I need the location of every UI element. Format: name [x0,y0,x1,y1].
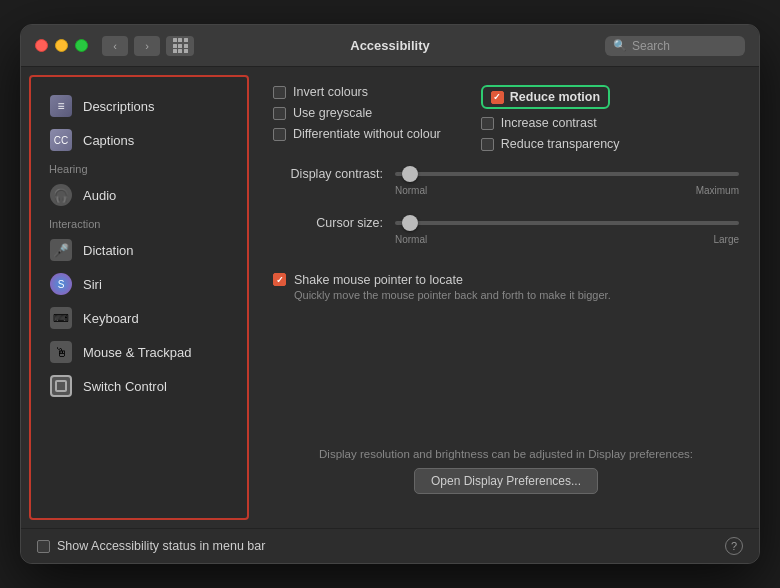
display-contrast-scale-labels: Normal Maximum [273,185,739,196]
search-icon: 🔍 [613,39,627,52]
captions-icon: CC [49,128,73,152]
open-display-preferences-button[interactable]: Open Display Preferences... [414,468,598,494]
invert-colours-label: Invert colours [293,85,368,99]
search-placeholder: Search [632,39,670,53]
close-button[interactable] [35,39,48,52]
sidebar-item-descriptions[interactable]: ≡ Descriptions [39,89,239,123]
minimize-button[interactable] [55,39,68,52]
reduce-transparency-checkbox[interactable] [481,138,494,151]
increase-contrast-checkbox[interactable] [481,117,494,130]
use-greyscale-checkbox[interactable] [273,107,286,120]
display-preferences-note: Display resolution and brightness can be… [273,448,739,460]
display-contrast-max-label: Maximum [696,185,739,196]
titlebar: ‹ › Accessibility 🔍 Search [21,25,759,67]
mouse-icon: 🖱 [49,340,73,364]
reduce-transparency-option[interactable]: Reduce transparency [481,137,620,151]
display-contrast-track[interactable] [395,172,739,176]
reduce-motion-option[interactable]: Reduce motion [481,85,620,109]
switch-control-icon [49,374,73,398]
keyboard-icon: ⌨ [49,306,73,330]
display-contrast-label: Display contrast: [273,167,383,181]
search-box[interactable]: 🔍 Search [605,36,745,56]
help-button[interactable]: ? [725,537,743,555]
reduce-motion-label: Reduce motion [510,90,600,104]
right-options: Reduce motion Increase contrast Reduce t… [481,85,620,151]
sidebar-item-switch-control[interactable]: Switch Control [39,369,239,403]
cursor-size-scale-labels: Normal Large [273,234,739,245]
cursor-size-thumb[interactable] [402,215,418,231]
use-greyscale-label: Use greyscale [293,106,372,120]
audio-icon: 🎧 [49,183,73,207]
show-status-checkbox[interactable] [37,540,50,553]
sidebar-item-label: Dictation [83,243,134,258]
differentiate-label: Differentiate without colour [293,127,441,141]
cursor-size-section: Cursor size: Normal Large [273,216,739,255]
sidebar-item-keyboard[interactable]: ⌨ Keyboard [39,301,239,335]
grid-icon [173,38,188,53]
descriptions-icon: ≡ [49,94,73,118]
traffic-lights [35,39,88,52]
dictation-icon: 🎤 [49,238,73,262]
main-window: ‹ › Accessibility 🔍 Search ≡ [20,24,760,564]
sidebar: ≡ Descriptions CC Captions Hearing 🎧 Aud… [29,75,249,520]
sidebar-item-label: Captions [83,133,134,148]
section-interaction-label: Interaction [39,212,239,233]
display-contrast-row: Display contrast: [273,167,739,181]
shake-mouse-checkbox[interactable] [273,273,286,286]
cursor-size-min-label: Normal [395,234,427,245]
bottom-bar: Show Accessibility status in menu bar ? [21,528,759,563]
sidebar-item-dictation[interactable]: 🎤 Dictation [39,233,239,267]
forward-icon: › [145,40,149,52]
shake-mouse-row: Shake mouse pointer to locate Quickly mo… [273,273,739,301]
display-contrast-section: Display contrast: Normal Maximum [273,167,739,206]
nav-buttons: ‹ › [102,36,160,56]
sidebar-item-label: Keyboard [83,311,139,326]
differentiate-checkbox[interactable] [273,128,286,141]
increase-contrast-option[interactable]: Increase contrast [481,116,620,130]
main-panel: Invert colours Use greyscale Differentia… [253,67,759,528]
sidebar-item-siri[interactable]: S Siri [39,267,239,301]
maximize-button[interactable] [75,39,88,52]
shake-mouse-description: Quickly move the mouse pointer back and … [294,289,611,301]
siri-icon: S [49,272,73,296]
cursor-size-row: Cursor size: [273,216,739,230]
reduce-transparency-label: Reduce transparency [501,137,620,151]
shake-mouse-label: Shake mouse pointer to locate [294,273,611,287]
invert-colours-option[interactable]: Invert colours [273,85,441,99]
display-contrast-thumb[interactable] [402,166,418,182]
grid-view-button[interactable] [166,36,194,56]
sidebar-item-captions[interactable]: CC Captions [39,123,239,157]
show-status-label: Show Accessibility status in menu bar [57,539,265,553]
sidebar-item-label: Switch Control [83,379,167,394]
section-hearing-label: Hearing [39,157,239,178]
sidebar-item-audio[interactable]: 🎧 Audio [39,178,239,212]
use-greyscale-option[interactable]: Use greyscale [273,106,441,120]
reduce-motion-checkbox[interactable] [491,91,504,104]
invert-colours-checkbox[interactable] [273,86,286,99]
help-icon: ? [731,540,737,552]
cursor-size-track[interactable] [395,221,739,225]
show-status-option[interactable]: Show Accessibility status in menu bar [37,539,265,553]
increase-contrast-label: Increase contrast [501,116,597,130]
sidebar-item-label: Audio [83,188,116,203]
shake-mouse-text: Shake mouse pointer to locate Quickly mo… [294,273,611,301]
sidebar-item-label: Siri [83,277,102,292]
differentiate-option[interactable]: Differentiate without colour [273,127,441,141]
forward-button[interactable]: › [134,36,160,56]
content-area: ≡ Descriptions CC Captions Hearing 🎧 Aud… [21,67,759,528]
left-options: Invert colours Use greyscale Differentia… [273,85,441,151]
reduce-motion-highlight: Reduce motion [481,85,610,109]
back-button[interactable]: ‹ [102,36,128,56]
display-contrast-min-label: Normal [395,185,427,196]
cursor-size-max-label: Large [713,234,739,245]
window-title: Accessibility [350,38,430,53]
sidebar-item-label: Descriptions [83,99,155,114]
options-row: Invert colours Use greyscale Differentia… [273,85,739,151]
back-icon: ‹ [113,40,117,52]
sidebar-item-mouse[interactable]: 🖱 Mouse & Trackpad [39,335,239,369]
sidebar-item-label: Mouse & Trackpad [83,345,191,360]
cursor-size-label: Cursor size: [273,216,383,230]
